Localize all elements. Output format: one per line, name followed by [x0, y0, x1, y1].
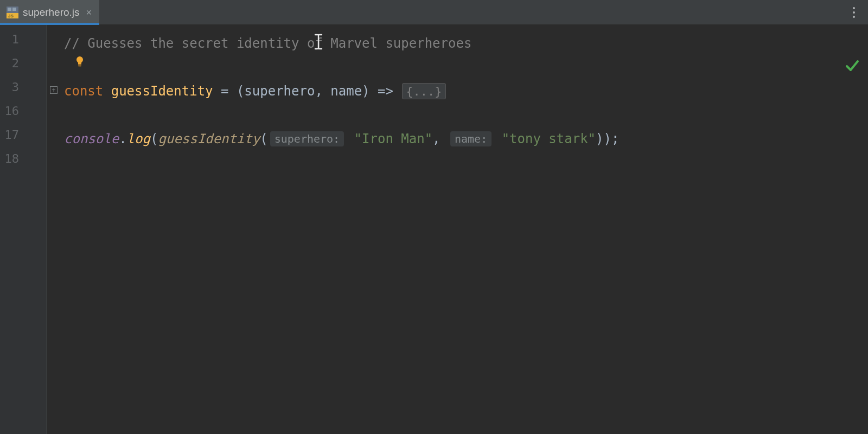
- call-guessIdentity: guessIdentity: [158, 131, 260, 146]
- function-name: guessIdentity: [111, 84, 213, 99]
- line-number: 18: [5, 152, 20, 165]
- code-line[interactable]: // Guesses the secret identity of Marvel…: [64, 31, 471, 55]
- operator: =: [213, 84, 237, 99]
- gutter: 1 2 3 16 17 18: [0, 25, 47, 434]
- params: (superhero, name) =>: [237, 84, 401, 99]
- fold-expand-icon[interactable]: +: [50, 86, 58, 94]
- inlay-hint-name: name:: [450, 131, 492, 146]
- line-number: 16: [5, 104, 20, 118]
- close-tab-icon[interactable]: ×: [86, 8, 92, 17]
- svg-rect-4: [79, 66, 81, 67]
- line-number: 17: [5, 128, 20, 142]
- inlay-hint-superhero: superhero:: [270, 131, 344, 146]
- tab-superhero-js[interactable]: JS superhero.js ×: [0, 0, 99, 25]
- tab-bar: JS superhero.js ×: [0, 0, 868, 25]
- js-file-icon: JS: [7, 7, 18, 18]
- svg-rect-3: [78, 65, 81, 66]
- analysis-ok-icon[interactable]: [845, 59, 859, 75]
- tab-title: superhero.js: [23, 7, 80, 18]
- folded-region[interactable]: {...}: [402, 83, 445, 99]
- svg-text:JS: JS: [8, 14, 14, 18]
- fold-column: +: [47, 25, 61, 434]
- code-line[interactable]: const guessIdentity = (superhero, name) …: [64, 79, 447, 103]
- method-log: log: [127, 131, 150, 146]
- string-literal: "tony stark": [502, 131, 596, 146]
- keyword-const: const: [64, 84, 111, 99]
- line-number: 3: [12, 80, 19, 94]
- string-literal: "Iron Man": [354, 131, 433, 146]
- code-line[interactable]: console.log(guessIdentity(superhero: "Ir…: [64, 127, 619, 151]
- object-console: console: [64, 131, 119, 146]
- more-options-icon[interactable]: [846, 7, 868, 18]
- line-number: 1: [12, 33, 19, 46]
- intention-bulb-icon[interactable]: [74, 55, 86, 67]
- code-editor[interactable]: 1 2 3 16 17 18 + // Guesses the secret i…: [0, 25, 868, 434]
- active-tab-indicator: [0, 23, 99, 25]
- line-number: 2: [12, 56, 19, 70]
- comment-text: // Guesses the secret identity of Marvel…: [64, 36, 471, 51]
